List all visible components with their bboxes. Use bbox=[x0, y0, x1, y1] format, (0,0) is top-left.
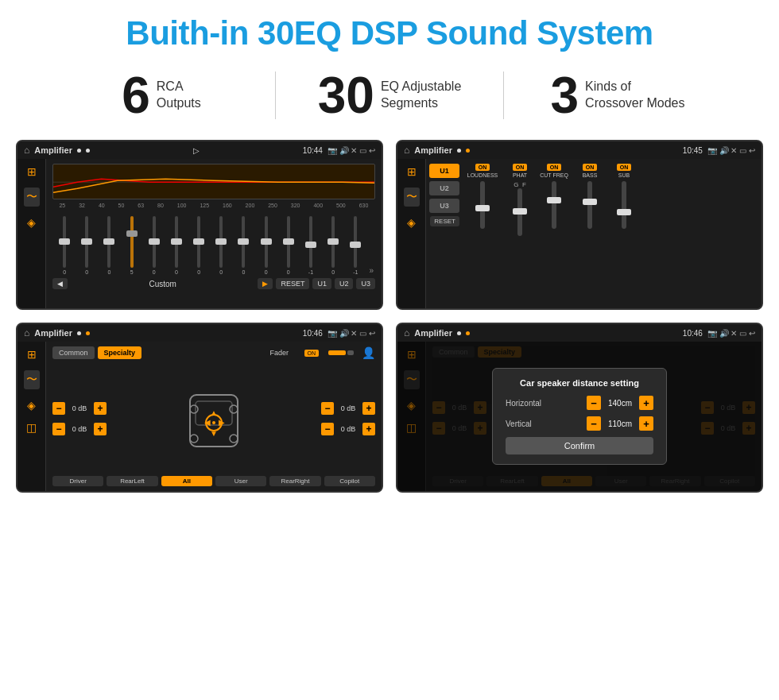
phat-slider[interactable] bbox=[517, 188, 522, 236]
status-bar-2: ⌂ Amplifier 10:45 📷 🔊 ✕ ▭ ↩ bbox=[397, 141, 762, 159]
vertical-value: 110cm bbox=[604, 420, 636, 428]
vol-value-fr: 0 dB bbox=[337, 404, 359, 412]
sidebar-eq-icon-3[interactable]: ⊞ bbox=[27, 348, 37, 361]
vol-minus-rl[interactable]: − bbox=[52, 423, 65, 435]
sidebar-vol-icon[interactable]: ◈ bbox=[27, 216, 36, 229]
eq-slider-11: -1 bbox=[300, 216, 321, 275]
phat-section: ON PHAT G F bbox=[505, 164, 535, 304]
sidebar-speaker-icon-3[interactable]: ◫ bbox=[26, 421, 37, 434]
svg-point-4 bbox=[212, 421, 215, 424]
sidebar-vol-icon-3[interactable]: ◈ bbox=[27, 399, 36, 412]
vol-plus-rl[interactable]: + bbox=[94, 423, 107, 435]
status-time-3: 10:46 bbox=[303, 329, 323, 338]
vol-minus-fr[interactable]: − bbox=[321, 402, 334, 415]
bass-label: BASS bbox=[583, 172, 598, 178]
fader-tab-specialty[interactable]: Specialty bbox=[98, 346, 142, 359]
status-bar-3: ⌂ Amplifier 10:46 📷 🔊 ✕ ▭ ↩ bbox=[17, 324, 382, 342]
status-dot-1 bbox=[77, 149, 81, 153]
sidebar-eq-icon-2[interactable]: ⊞ bbox=[407, 165, 417, 178]
sub-slider[interactable] bbox=[622, 181, 626, 229]
svg-text:▶: ▶ bbox=[219, 418, 225, 427]
eq-slider-1: 0 bbox=[76, 216, 97, 275]
modal-horizontal-row: Horizontal − 140cm + bbox=[506, 396, 653, 410]
vertical-stepper: − 110cm + bbox=[587, 416, 653, 431]
eq-slider-6: 0 bbox=[188, 216, 209, 275]
cutfreq-section: ON CUT FREQ bbox=[537, 164, 571, 304]
btn-rearleft[interactable]: RearLeft bbox=[107, 476, 157, 486]
eq-u1-btn[interactable]: U1 bbox=[312, 278, 331, 289]
vol-plus-fr[interactable]: + bbox=[362, 402, 375, 415]
fader-user-icon: 👤 bbox=[362, 346, 375, 359]
screen-eq: ⌂ Amplifier ▷ 10:44 📷 🔊 ✕ ▭ ↩ ⊞ 〜 ◈ bbox=[16, 140, 383, 310]
screen-content-3: ⊞ 〜 ◈ ◫ Common Specialty Fader ON bbox=[17, 342, 382, 491]
vertical-minus-btn[interactable]: − bbox=[587, 416, 601, 431]
confirm-button[interactable]: Confirm bbox=[506, 437, 653, 454]
vol-plus-rr[interactable]: + bbox=[362, 423, 375, 435]
channel-u1-btn[interactable]: U1 bbox=[429, 164, 459, 178]
vertical-plus-btn[interactable]: + bbox=[639, 416, 653, 431]
eq-graph bbox=[52, 164, 375, 199]
horizontal-plus-btn[interactable]: + bbox=[639, 396, 653, 410]
vol-control-rr: − 0 dB + bbox=[321, 423, 375, 435]
fader-on-btn[interactable]: ON bbox=[304, 350, 320, 357]
crossover-controls: ON LOUDNESS ON PHAT G F bbox=[463, 164, 758, 304]
btn-user[interactable]: User bbox=[215, 476, 266, 486]
loudness-section: ON LOUDNESS bbox=[463, 164, 502, 304]
sub-on[interactable]: ON bbox=[617, 164, 632, 171]
stat-rca: 6 RCAOutputs bbox=[48, 70, 275, 121]
fader-tab-common[interactable]: Common bbox=[52, 346, 95, 359]
svg-text:▼: ▼ bbox=[210, 429, 218, 438]
eq-play-btn[interactable]: ▶ bbox=[258, 278, 273, 289]
btn-rearright[interactable]: RearRight bbox=[269, 476, 320, 486]
bass-on[interactable]: ON bbox=[583, 164, 598, 171]
home-icon-2: ⌂ bbox=[404, 145, 409, 156]
horizontal-minus-btn[interactable]: − bbox=[587, 396, 601, 410]
eq-slider-4: 0 bbox=[144, 216, 165, 275]
eq-freq-labels: 253240506380100125160200250320400500630 bbox=[52, 203, 375, 208]
status-icons-4: 📷 🔊 ✕ ▭ ↩ bbox=[707, 329, 755, 338]
screen-content-4: ⊞ 〜 ◈ ◫ Common Specialty − 0 dB + bbox=[397, 342, 762, 491]
app-name-1: Amplifier bbox=[34, 145, 72, 155]
loudness-on[interactable]: ON bbox=[475, 164, 490, 171]
eq-reset-btn[interactable]: RESET bbox=[276, 278, 309, 289]
eq-u3-btn[interactable]: U3 bbox=[356, 278, 375, 289]
modal-box: Car speaker distance setting Horizontal … bbox=[492, 368, 667, 465]
eq-u2-btn[interactable]: U2 bbox=[335, 278, 354, 289]
fader-tabs: Common Specialty Fader ON 👤 bbox=[52, 346, 375, 359]
sidebar-wave-icon-2[interactable]: 〜 bbox=[404, 188, 420, 207]
cutfreq-slider[interactable] bbox=[552, 181, 556, 229]
cutfreq-on[interactable]: ON bbox=[547, 164, 562, 171]
stat-label-rca: RCAOutputs bbox=[157, 79, 201, 112]
loudness-slider[interactable] bbox=[480, 181, 485, 229]
svg-point-7 bbox=[190, 435, 198, 443]
app-name-2: Amplifier bbox=[414, 145, 452, 155]
sidebar-eq-icon[interactable]: ⊞ bbox=[27, 165, 37, 178]
phat-on[interactable]: ON bbox=[513, 164, 528, 171]
btn-all[interactable]: All bbox=[161, 476, 212, 486]
vol-minus-fl[interactable]: − bbox=[52, 402, 65, 415]
btn-copilot[interactable]: Copilot bbox=[324, 476, 375, 486]
crossover-reset-btn[interactable]: RESET bbox=[430, 216, 459, 226]
vol-minus-rr[interactable]: − bbox=[321, 423, 334, 435]
sidebar-wave-icon-3[interactable]: 〜 bbox=[24, 370, 40, 389]
svg-text:▲: ▲ bbox=[210, 408, 218, 417]
channel-u2-btn[interactable]: U2 bbox=[429, 181, 459, 195]
sub-label: SUB bbox=[618, 172, 630, 178]
sidebar-wave-icon[interactable]: 〜 bbox=[24, 188, 40, 207]
btn-driver[interactable]: Driver bbox=[52, 476, 103, 486]
bass-slider[interactable] bbox=[587, 181, 592, 229]
screen-dialog: ⌂ Amplifier 10:46 📷 🔊 ✕ ▭ ↩ ⊞ 〜 ◈ ◫ Comm… bbox=[396, 323, 763, 493]
vol-control-rl: − 0 dB + bbox=[52, 423, 107, 435]
svg-point-8 bbox=[230, 435, 238, 443]
sub-section: ON SUB bbox=[609, 164, 639, 304]
stat-label-crossover: Kinds ofCrossover Modes bbox=[585, 79, 684, 112]
vol-plus-fl[interactable]: + bbox=[94, 402, 107, 415]
status-icons-2: 📷 🔊 ✕ ▭ ↩ bbox=[707, 146, 755, 155]
channel-u3-btn[interactable]: U3 bbox=[429, 199, 459, 213]
status-bar-4: ⌂ Amplifier 10:46 📷 🔊 ✕ ▭ ↩ bbox=[397, 324, 762, 342]
cutfreq-label: CUT FREQ bbox=[540, 172, 568, 178]
sidebar-vol-icon-2[interactable]: ◈ bbox=[407, 216, 416, 229]
home-icon-3: ⌂ bbox=[24, 327, 29, 338]
eq-prev-btn[interactable]: ◀ bbox=[52, 278, 68, 289]
screen-content-2: ⊞ 〜 ◈ U1 U2 U3 RESET ON LOUDNESS bbox=[397, 159, 762, 308]
